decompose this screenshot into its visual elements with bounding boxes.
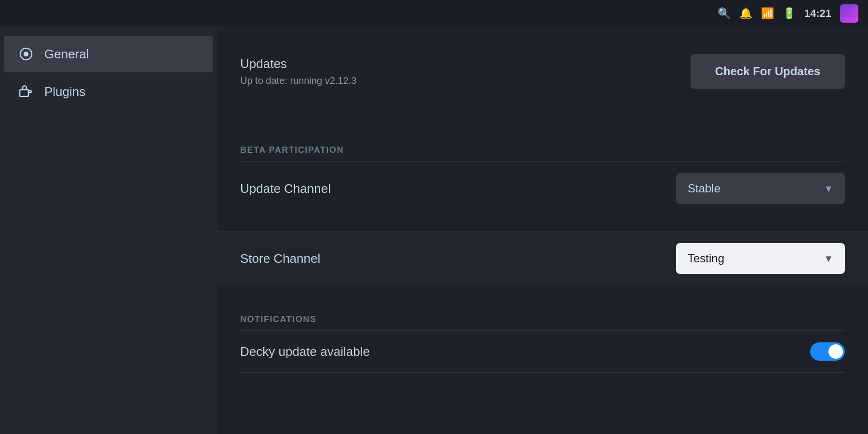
store-channel-value: Testing xyxy=(688,252,724,265)
beta-participation-header: BETA PARTICIPATION xyxy=(240,132,845,161)
wifi-icon: 📶 xyxy=(761,7,774,20)
svg-rect-2 xyxy=(20,90,28,96)
update-channel-dropdown[interactable]: Stable ▼ xyxy=(676,173,845,204)
updates-section: Updates Up to date: running v2.12.3 Chec… xyxy=(217,27,868,116)
search-icon[interactable]: 🔍 xyxy=(718,7,731,20)
updates-row: Updates Up to date: running v2.12.3 Chec… xyxy=(240,42,845,100)
update-channel-value: Stable xyxy=(688,182,720,195)
updates-status: Up to date: running v2.12.3 xyxy=(240,75,356,86)
svg-point-1 xyxy=(24,52,28,56)
decky-update-toggle[interactable] xyxy=(810,342,845,361)
notifications-section: NOTIFICATIONS Decky update available xyxy=(217,285,868,388)
beta-participation-section: BETA PARTICIPATION Update Channel Stable… xyxy=(217,116,868,231)
sidebar: General Plugins xyxy=(0,27,217,434)
store-channel-label: Store Channel xyxy=(240,251,320,266)
check-updates-button[interactable]: Check For Updates xyxy=(691,54,845,89)
store-channel-dropdown[interactable]: Testing ▼ xyxy=(676,243,845,274)
updates-label-block: Updates Up to date: running v2.12.3 xyxy=(240,56,356,86)
avatar[interactable] xyxy=(840,4,858,23)
sidebar-item-general-label: General xyxy=(44,47,89,62)
sidebar-item-general[interactable]: General xyxy=(4,36,213,72)
store-channel-section: Store Channel Testing ▼ xyxy=(217,231,868,285)
topbar: 🔍 🔔 📶 🔋 14:21 xyxy=(0,0,868,27)
decky-update-row: Decky update available xyxy=(240,331,845,372)
general-icon xyxy=(17,45,35,63)
sidebar-item-plugins[interactable]: Plugins xyxy=(4,73,213,110)
update-channel-label: Update Channel xyxy=(240,181,331,196)
decky-update-label: Decky update available xyxy=(240,344,370,359)
content-area: Updates Up to date: running v2.12.3 Chec… xyxy=(217,27,868,434)
battery-icon: 🔋 xyxy=(783,7,796,20)
toggle-knob xyxy=(828,344,843,359)
bell-icon[interactable]: 🔔 xyxy=(739,7,752,20)
main-layout: General Plugins Updates Up to date: runn… xyxy=(0,27,868,434)
store-channel-row: Store Channel Testing ▼ xyxy=(217,231,868,285)
update-channel-row: Update Channel Stable ▼ xyxy=(240,162,845,216)
updates-label: Updates xyxy=(240,56,356,71)
update-channel-chevron-icon: ▼ xyxy=(824,183,833,194)
store-channel-chevron-icon: ▼ xyxy=(824,253,833,264)
plugins-icon xyxy=(17,83,35,100)
notifications-header: NOTIFICATIONS xyxy=(240,301,845,330)
topbar-time: 14:21 xyxy=(804,7,831,20)
divider-notifications-bottom xyxy=(240,372,845,373)
sidebar-item-plugins-label: Plugins xyxy=(44,84,85,99)
